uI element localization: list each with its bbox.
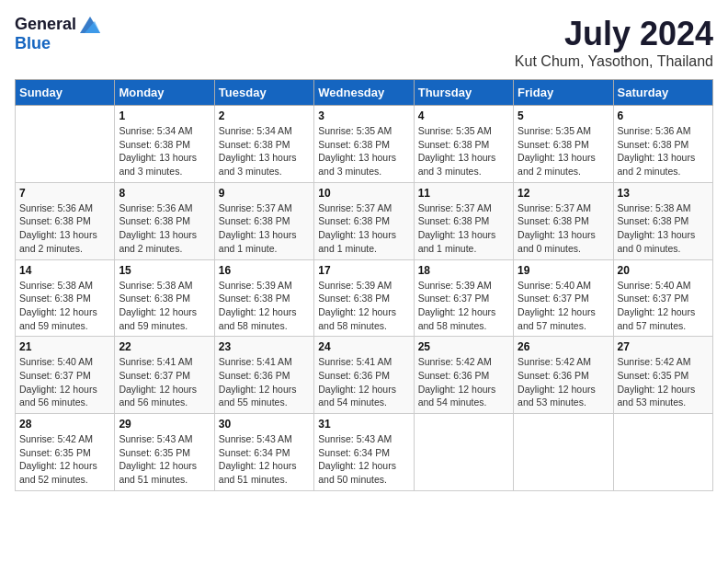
day-number: 29 bbox=[119, 418, 210, 431]
page-title: July 2024 bbox=[515, 15, 713, 53]
calendar-cell: 8Sunrise: 5:36 AMSunset: 6:38 PMDaylight… bbox=[115, 182, 214, 259]
calendar-cell: 10Sunrise: 5:37 AMSunset: 6:38 PMDayligh… bbox=[314, 182, 414, 259]
logo-icon bbox=[80, 17, 100, 33]
day-info: Sunrise: 5:34 AMSunset: 6:38 PMDaylight:… bbox=[119, 124, 210, 178]
day-info: Sunrise: 5:42 AMSunset: 6:35 PMDaylight:… bbox=[19, 432, 110, 487]
day-number: 9 bbox=[219, 187, 310, 200]
day-info: Sunrise: 5:39 AMSunset: 6:37 PMDaylight:… bbox=[418, 279, 509, 333]
day-number: 28 bbox=[19, 418, 110, 431]
day-info: Sunrise: 5:43 AMSunset: 6:34 PMDaylight:… bbox=[318, 432, 409, 487]
day-info: Sunrise: 5:41 AMSunset: 6:37 PMDaylight:… bbox=[119, 355, 210, 409]
page-header: General Blue July 2024 Kut Chum, Yasotho… bbox=[15, 15, 713, 70]
calendar-cell bbox=[514, 414, 613, 491]
day-number: 23 bbox=[219, 340, 310, 353]
week-row-2: 7Sunrise: 5:36 AMSunset: 6:38 PMDaylight… bbox=[16, 182, 713, 259]
day-number: 12 bbox=[518, 187, 609, 200]
day-number: 20 bbox=[618, 264, 709, 277]
day-number: 7 bbox=[19, 187, 110, 200]
day-info: Sunrise: 5:43 AMSunset: 6:35 PMDaylight:… bbox=[119, 432, 210, 487]
calendar-cell: 15Sunrise: 5:38 AMSunset: 6:38 PMDayligh… bbox=[115, 259, 214, 337]
calendar-cell: 9Sunrise: 5:37 AMSunset: 6:38 PMDaylight… bbox=[214, 182, 313, 259]
day-info: Sunrise: 5:34 AMSunset: 6:38 PMDaylight:… bbox=[219, 124, 310, 178]
day-number: 5 bbox=[518, 109, 609, 122]
calendar-cell: 3Sunrise: 5:35 AMSunset: 6:38 PMDaylight… bbox=[314, 106, 414, 183]
calendar-cell: 4Sunrise: 5:35 AMSunset: 6:38 PMDaylight… bbox=[414, 106, 513, 183]
day-number: 24 bbox=[318, 340, 409, 353]
calendar-cell: 6Sunrise: 5:36 AMSunset: 6:38 PMDaylight… bbox=[613, 106, 712, 183]
day-info: Sunrise: 5:36 AMSunset: 6:38 PMDaylight:… bbox=[119, 201, 210, 256]
week-row-3: 14Sunrise: 5:38 AMSunset: 6:38 PMDayligh… bbox=[16, 259, 713, 337]
day-number: 21 bbox=[19, 340, 110, 353]
header-cell-thursday: Thursday bbox=[414, 80, 513, 106]
calendar-cell: 7Sunrise: 5:36 AMSunset: 6:38 PMDaylight… bbox=[16, 182, 115, 259]
calendar-cell: 28Sunrise: 5:42 AMSunset: 6:35 PMDayligh… bbox=[16, 414, 115, 491]
calendar-cell bbox=[414, 414, 513, 491]
day-number: 18 bbox=[418, 264, 509, 277]
day-number: 14 bbox=[19, 264, 110, 277]
day-info: Sunrise: 5:41 AMSunset: 6:36 PMDaylight:… bbox=[318, 355, 409, 409]
day-number: 1 bbox=[119, 109, 210, 122]
header-cell-saturday: Saturday bbox=[613, 80, 712, 106]
calendar-cell: 14Sunrise: 5:38 AMSunset: 6:38 PMDayligh… bbox=[16, 259, 115, 337]
calendar-cell: 19Sunrise: 5:40 AMSunset: 6:37 PMDayligh… bbox=[514, 259, 613, 337]
calendar-cell bbox=[16, 106, 115, 183]
calendar-cell: 22Sunrise: 5:41 AMSunset: 6:37 PMDayligh… bbox=[115, 337, 214, 414]
day-info: Sunrise: 5:43 AMSunset: 6:34 PMDaylight:… bbox=[219, 432, 310, 487]
day-info: Sunrise: 5:35 AMSunset: 6:38 PMDaylight:… bbox=[518, 124, 609, 178]
calendar-cell: 12Sunrise: 5:37 AMSunset: 6:38 PMDayligh… bbox=[514, 182, 613, 259]
day-info: Sunrise: 5:37 AMSunset: 6:38 PMDaylight:… bbox=[318, 201, 409, 256]
calendar-cell: 31Sunrise: 5:43 AMSunset: 6:34 PMDayligh… bbox=[314, 414, 414, 491]
calendar-cell: 5Sunrise: 5:35 AMSunset: 6:38 PMDaylight… bbox=[514, 106, 613, 183]
day-number: 25 bbox=[418, 340, 509, 353]
day-number: 17 bbox=[318, 264, 409, 277]
day-info: Sunrise: 5:35 AMSunset: 6:38 PMDaylight:… bbox=[318, 124, 409, 178]
calendar-cell: 26Sunrise: 5:42 AMSunset: 6:36 PMDayligh… bbox=[514, 337, 613, 414]
day-info: Sunrise: 5:42 AMSunset: 6:36 PMDaylight:… bbox=[418, 355, 509, 409]
day-number: 30 bbox=[219, 418, 310, 431]
day-number: 4 bbox=[418, 109, 509, 122]
day-number: 11 bbox=[418, 187, 509, 200]
day-number: 3 bbox=[318, 109, 409, 122]
day-number: 13 bbox=[618, 187, 709, 200]
day-info: Sunrise: 5:40 AMSunset: 6:37 PMDaylight:… bbox=[618, 279, 709, 333]
calendar-cell: 29Sunrise: 5:43 AMSunset: 6:35 PMDayligh… bbox=[115, 414, 214, 491]
week-row-1: 1Sunrise: 5:34 AMSunset: 6:38 PMDaylight… bbox=[16, 106, 713, 183]
week-row-5: 28Sunrise: 5:42 AMSunset: 6:35 PMDayligh… bbox=[16, 414, 713, 491]
calendar-cell: 2Sunrise: 5:34 AMSunset: 6:38 PMDaylight… bbox=[214, 106, 313, 183]
calendar-cell: 11Sunrise: 5:37 AMSunset: 6:38 PMDayligh… bbox=[414, 182, 513, 259]
day-number: 10 bbox=[318, 187, 409, 200]
calendar-cell: 21Sunrise: 5:40 AMSunset: 6:37 PMDayligh… bbox=[16, 337, 115, 414]
header-cell-friday: Friday bbox=[514, 80, 613, 106]
day-info: Sunrise: 5:37 AMSunset: 6:38 PMDaylight:… bbox=[219, 201, 310, 256]
page-subtitle: Kut Chum, Yasothon, Thailand bbox=[515, 53, 713, 70]
calendar-cell: 25Sunrise: 5:42 AMSunset: 6:36 PMDayligh… bbox=[414, 337, 513, 414]
day-info: Sunrise: 5:36 AMSunset: 6:38 PMDaylight:… bbox=[618, 124, 709, 178]
day-info: Sunrise: 5:35 AMSunset: 6:38 PMDaylight:… bbox=[418, 124, 509, 178]
day-number: 26 bbox=[518, 340, 609, 353]
day-number: 27 bbox=[618, 340, 709, 353]
logo: General Blue bbox=[15, 15, 100, 53]
calendar-cell: 18Sunrise: 5:39 AMSunset: 6:37 PMDayligh… bbox=[414, 259, 513, 337]
day-info: Sunrise: 5:38 AMSunset: 6:38 PMDaylight:… bbox=[19, 279, 110, 333]
day-info: Sunrise: 5:37 AMSunset: 6:38 PMDaylight:… bbox=[518, 201, 609, 256]
calendar-cell bbox=[613, 414, 712, 491]
day-number: 31 bbox=[318, 418, 409, 431]
day-number: 15 bbox=[119, 264, 210, 277]
calendar-table: SundayMondayTuesdayWednesdayThursdayFrid… bbox=[15, 79, 713, 491]
day-number: 6 bbox=[618, 109, 709, 122]
day-number: 19 bbox=[518, 264, 609, 277]
day-info: Sunrise: 5:40 AMSunset: 6:37 PMDaylight:… bbox=[19, 355, 110, 409]
day-info: Sunrise: 5:38 AMSunset: 6:38 PMDaylight:… bbox=[618, 201, 709, 256]
calendar-cell: 30Sunrise: 5:43 AMSunset: 6:34 PMDayligh… bbox=[214, 414, 313, 491]
day-number: 2 bbox=[219, 109, 310, 122]
day-info: Sunrise: 5:40 AMSunset: 6:37 PMDaylight:… bbox=[518, 279, 609, 333]
calendar-cell: 13Sunrise: 5:38 AMSunset: 6:38 PMDayligh… bbox=[613, 182, 712, 259]
header-cell-sunday: Sunday bbox=[16, 80, 115, 106]
day-info: Sunrise: 5:37 AMSunset: 6:38 PMDaylight:… bbox=[418, 201, 509, 256]
title-block: July 2024 Kut Chum, Yasothon, Thailand bbox=[515, 15, 713, 70]
calendar-cell: 23Sunrise: 5:41 AMSunset: 6:36 PMDayligh… bbox=[214, 337, 313, 414]
calendar-cell: 24Sunrise: 5:41 AMSunset: 6:36 PMDayligh… bbox=[314, 337, 414, 414]
day-info: Sunrise: 5:39 AMSunset: 6:38 PMDaylight:… bbox=[318, 279, 409, 333]
day-info: Sunrise: 5:36 AMSunset: 6:38 PMDaylight:… bbox=[19, 201, 110, 256]
logo-blue-text: Blue bbox=[15, 34, 51, 52]
